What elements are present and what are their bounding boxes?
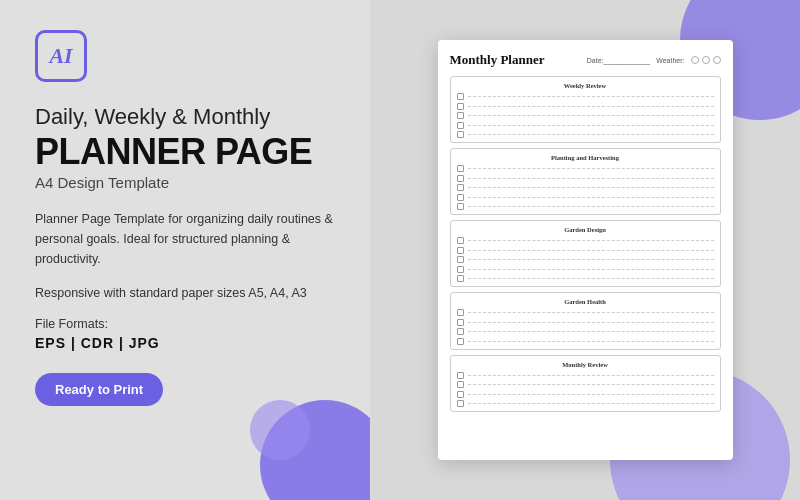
table-row [457,275,714,282]
table-row [457,203,714,210]
description2: Responsive with standard paper sizes A5,… [35,283,340,303]
planner-sections: Weekly ReviewPlanting and HarvestingGard… [450,76,721,412]
planner-section-1: Planting and Harvesting [450,148,721,215]
row-checkbox[interactable] [457,381,464,388]
row-checkbox[interactable] [457,372,464,379]
row-checkbox[interactable] [457,247,464,254]
size-label: A4 Design Template [35,174,340,191]
section-title-4: Monthly Review [457,361,714,368]
row-checkbox[interactable] [457,112,464,119]
planner-header: Monthly Planner Date:____________ Weathe… [450,52,721,68]
table-row [457,319,714,326]
row-line [468,206,714,207]
right-panel: Monthly Planner Date:____________ Weathe… [370,0,800,500]
table-row [457,266,714,273]
row-checkbox[interactable] [457,194,464,201]
row-checkbox[interactable] [457,266,464,273]
subtitle: Daily, Weekly & Monthly [35,104,340,130]
table-row [457,400,714,407]
formats-label: File Formats: [35,317,340,331]
weather-circle-1 [691,56,699,64]
row-line [468,375,714,376]
table-row [457,372,714,379]
table-row [457,175,714,182]
table-row [457,381,714,388]
main-title: PLANNER PAGE [35,132,340,172]
row-line [468,125,714,126]
row-line [468,322,714,323]
planner-section-2: Garden Design [450,220,721,287]
row-checkbox[interactable] [457,328,464,335]
row-checkbox[interactable] [457,184,464,191]
row-line [468,394,714,395]
table-row [457,247,714,254]
planner-date: Date:____________ [587,57,650,64]
table-row [457,184,714,191]
weather-circle-2 [702,56,710,64]
left-panel: AI Daily, Weekly & Monthly PLANNER PAGE … [0,0,370,500]
section-title-2: Garden Design [457,226,714,233]
weather-circles [691,56,721,64]
section-rows-0 [457,93,714,138]
row-checkbox[interactable] [457,338,464,345]
table-row [457,328,714,335]
row-checkbox[interactable] [457,122,464,129]
ai-label: AI [49,43,72,69]
row-line [468,106,714,107]
row-checkbox[interactable] [457,103,464,110]
row-line [468,312,714,313]
planner-section-0: Weekly Review [450,76,721,143]
row-line [468,178,714,179]
row-line [468,187,714,188]
row-checkbox[interactable] [457,175,464,182]
table-row [457,391,714,398]
section-rows-3 [457,309,714,345]
row-checkbox[interactable] [457,93,464,100]
table-row [457,256,714,263]
formats-values: EPS | CDR | JPG [35,335,340,351]
row-checkbox[interactable] [457,131,464,138]
row-line [468,96,714,97]
table-row [457,309,714,316]
section-title-1: Planting and Harvesting [457,154,714,161]
planner-meta: Date:____________ Weather: [587,56,721,64]
decorative-circle-2 [250,400,310,460]
section-rows-4 [457,372,714,408]
planner-section-4: Monthly Review [450,355,721,413]
description: Planner Page Template for organizing dai… [35,209,340,269]
row-checkbox[interactable] [457,165,464,172]
row-checkbox[interactable] [457,319,464,326]
row-line [468,341,714,342]
planner-weather: Weather: [656,57,684,64]
weather-circle-3 [713,56,721,64]
row-checkbox[interactable] [457,275,464,282]
row-line [468,168,714,169]
section-title-3: Garden Health [457,298,714,305]
row-line [468,240,714,241]
row-line [468,278,714,279]
row-checkbox[interactable] [457,256,464,263]
row-checkbox[interactable] [457,391,464,398]
section-rows-1 [457,165,714,210]
table-row [457,122,714,129]
section-title-0: Weekly Review [457,82,714,89]
table-row [457,237,714,244]
row-line [468,269,714,270]
section-rows-2 [457,237,714,282]
table-row [457,93,714,100]
table-row [457,165,714,172]
planner-sheet: Monthly Planner Date:____________ Weathe… [438,40,733,460]
row-checkbox[interactable] [457,309,464,316]
table-row [457,338,714,345]
table-row [457,112,714,119]
row-line [468,403,714,404]
row-checkbox[interactable] [457,237,464,244]
row-line [468,259,714,260]
table-row [457,131,714,138]
row-checkbox[interactable] [457,203,464,210]
ready-to-print-button[interactable]: Ready to Print [35,373,163,406]
planner-section-3: Garden Health [450,292,721,350]
row-line [468,134,714,135]
ai-badge: AI [35,30,87,82]
row-checkbox[interactable] [457,400,464,407]
